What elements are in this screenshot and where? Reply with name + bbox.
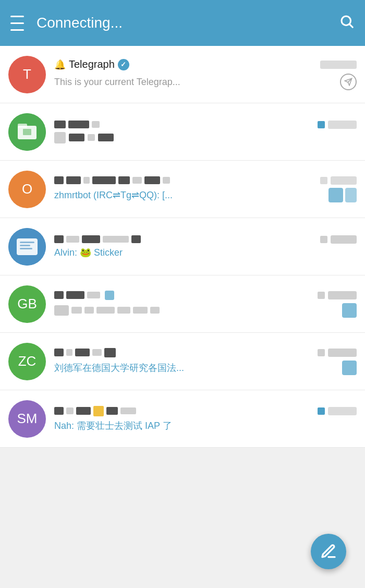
chat-top-row: [54, 406, 357, 416]
verified-badge: [118, 59, 129, 70]
chat-content: zhmrtbot (IRC⇌Tg⇌QQ): [...: [54, 176, 357, 202]
compose-button[interactable]: [311, 534, 346, 569]
chat-top-row: [54, 121, 357, 129]
chat-content: 刘德军在德国大学研究各国法...: [54, 348, 357, 375]
chat-item[interactable]: [0, 103, 365, 161]
time-redacted: [328, 407, 357, 415]
app-header: Connecting...: [0, 0, 365, 46]
time-area: [318, 121, 357, 129]
chat-top-row: [54, 348, 357, 357]
avatar: O: [8, 171, 46, 208]
chat-item[interactable]: T 🔔 Telegraph This is your current Teleg…: [0, 46, 365, 103]
avatar-letter: ZC: [18, 353, 36, 369]
avatar: GB: [8, 285, 46, 323]
chat-item[interactable]: GB: [0, 275, 365, 333]
time-redacted: [320, 61, 357, 69]
time-redacted: [331, 176, 357, 185]
chat-name: [54, 121, 100, 128]
avatar: [8, 228, 46, 266]
chat-item[interactable]: Alvin: 🐸 Sticker: [0, 218, 365, 275]
chat-meta-row: This is your current Telegrap...: [54, 74, 357, 90]
chat-preview: This is your current Telegrap...: [54, 77, 180, 88]
time-area: [318, 407, 357, 415]
preview-row: [54, 132, 357, 143]
chat-item[interactable]: SM Nah: 需要壮士去测试 IAP 了: [0, 390, 365, 448]
time-dot: [318, 292, 325, 299]
status-icon: [328, 188, 343, 202]
compose-icon: [320, 543, 337, 560]
svg-rect-9: [20, 245, 30, 246]
chat-list: T 🔔 Telegraph This is your current Teleg…: [0, 46, 365, 448]
svg-rect-8: [20, 242, 34, 243]
chat-icon: [105, 291, 114, 300]
chat-preview: zhmrtbot (IRC⇌Tg⇌QQ): [...: [54, 189, 173, 201]
chat-name: [54, 176, 170, 184]
status-icon2: [345, 188, 357, 202]
unread-dot: [318, 407, 325, 415]
menu-button[interactable]: [10, 13, 24, 33]
preview-row: zhmrtbot (IRC⇌Tg⇌QQ): [...: [54, 188, 357, 202]
chat-content: 🔔 Telegraph This is your current Telegra…: [54, 58, 357, 90]
time-area: [318, 291, 357, 299]
chat-item[interactable]: ZC 刘德军在德国大学研究各国法...: [0, 333, 365, 390]
header-title: Connecting...: [36, 15, 339, 31]
avatar: [8, 113, 46, 151]
chat-time-area: [320, 61, 357, 69]
chat-top-row: [54, 235, 357, 244]
time-dot: [318, 349, 325, 356]
chat-content: Nah: 需要壮士去测试 IAP 了: [54, 406, 357, 432]
avatar: ZC: [8, 343, 46, 380]
time-area: [320, 176, 357, 185]
status-icons: [328, 188, 357, 202]
avatar-letter: O: [22, 181, 32, 197]
svg-rect-7: [17, 238, 38, 255]
avatar: T: [8, 56, 46, 93]
chat-preview: 刘德军在德国大学研究各国法...: [54, 362, 184, 374]
share-icon: [340, 74, 357, 90]
preview-row: Alvin: 🐸 Sticker: [54, 247, 357, 258]
chat-name: 🔔 Telegraph: [54, 58, 320, 70]
chat-name: [54, 291, 114, 300]
chat-item[interactable]: O zhmrtbot (IRC: [0, 161, 365, 218]
avatar-letter: GB: [17, 296, 37, 312]
svg-rect-4: [18, 124, 27, 128]
preview-row: 刘德军在德国大学研究各国法...: [54, 361, 357, 375]
time-redacted: [328, 291, 357, 299]
preview-redacted: [54, 132, 114, 143]
search-icon[interactable]: [339, 14, 355, 33]
preview-row: [54, 303, 357, 318]
flag-icon: [93, 406, 104, 416]
svg-rect-5: [23, 129, 31, 135]
time-dot: [320, 236, 327, 243]
chat-preview: Alvin: 🐸 Sticker: [54, 247, 123, 258]
chat-content: [54, 121, 357, 143]
chat-content: Alvin: 🐸 Sticker: [54, 235, 357, 258]
envelope-icon: [54, 305, 69, 316]
avatar-letter: T: [23, 66, 31, 82]
time-area: [318, 349, 357, 357]
time-redacted: [331, 235, 357, 244]
chat-preview: Nah: 需要壮士去测试 IAP 了: [54, 419, 172, 432]
chat-content: [54, 291, 357, 318]
mute-icon: 🔔: [54, 59, 66, 70]
chat-top-row: [54, 291, 357, 300]
time-dot: [320, 177, 327, 184]
avatar-letter: SM: [17, 411, 38, 427]
chat-name: [54, 348, 116, 357]
chat-name: [54, 235, 141, 243]
svg-line-1: [350, 24, 352, 27]
unread-dot: [318, 121, 325, 128]
time-redacted: [328, 349, 357, 357]
time-redacted: [328, 121, 357, 129]
chat-top-row: [54, 176, 357, 185]
unread-icon: [342, 303, 357, 318]
preview-redacted: [54, 305, 160, 316]
avatar: SM: [8, 400, 46, 438]
svg-rect-10: [20, 248, 32, 249]
chat-top-row: 🔔 Telegraph: [54, 58, 357, 70]
time-area: [320, 235, 357, 244]
unread-icon: [342, 361, 357, 375]
chat-name: [54, 406, 136, 416]
preview-row: Nah: 需要壮士去测试 IAP 了: [54, 419, 357, 432]
